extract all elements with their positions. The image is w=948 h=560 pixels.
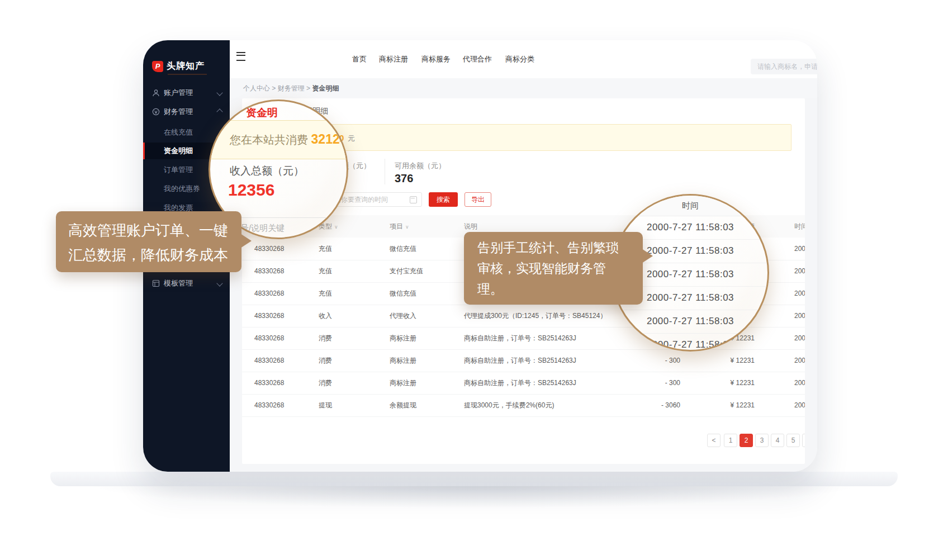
menu-icon[interactable] <box>236 52 245 61</box>
chevron-down-icon <box>216 89 222 96</box>
logo-icon: P <box>152 61 163 72</box>
sidebar-item-label: 财务管理 <box>164 107 193 117</box>
stat-balance-label: 可用余额（元） <box>395 161 445 171</box>
sidebar-item-finance[interactable]: 财务管理 <box>143 103 230 120</box>
cell-order: 48330268 <box>254 238 284 260</box>
table-row: 48330268消费商标注册商标自助注册，订单号：SB2514263J- 300… <box>242 349 805 372</box>
finance-icon <box>152 108 160 116</box>
topbar: 首页 商标注册 商标服务 代理合作 商标分类 请输入商标名，申请号，申请人 <box>230 40 817 79</box>
callout-left: 高效管理账户订单、一键汇总数据，降低财务成本 <box>56 211 241 272</box>
breadcrumb-current: 资金明细 <box>312 84 339 92</box>
active-indicator <box>143 143 145 159</box>
cell-type: 消费 <box>319 349 332 372</box>
cell-amount: - 300 <box>665 349 680 372</box>
banner-suffix: 元 <box>348 134 355 143</box>
laptop-shadow <box>84 484 864 509</box>
chevron-down-icon <box>216 280 222 286</box>
cell-amount: - 300 <box>665 372 680 394</box>
header-time: 时间 <box>794 215 805 238</box>
cell-balance: ¥ 12231 <box>731 372 755 394</box>
cell-order: 48330268 <box>254 305 284 327</box>
logo-subtext <box>168 74 207 75</box>
cell-item: 商标注册 <box>390 327 416 349</box>
sidebar-item-label: 资金明细 <box>164 146 193 156</box>
chevron-up-icon <box>216 108 222 115</box>
breadcrumb-item[interactable]: 个人中心 <box>243 84 270 92</box>
callout-arrow-icon <box>642 249 653 263</box>
sort-icon: ∨ <box>405 224 409 230</box>
search-input[interactable]: 请输入商标名，申请号，申请人 <box>751 59 817 74</box>
breadcrumb-separator: > <box>272 84 276 92</box>
template-icon <box>152 279 160 287</box>
nav-trademark-service[interactable]: 商标服务 <box>421 40 451 78</box>
cell-order: 48330268 <box>254 372 284 394</box>
sidebar-item-templates[interactable]: 模板管理 <box>143 275 230 292</box>
callout-arrow-icon <box>240 234 252 248</box>
cell-type: 充值 <box>319 282 332 305</box>
breadcrumb: 个人中心 > 财务管理 > 资金明细 <box>230 78 817 98</box>
cell-time: 2000-7-27 11:58:03 <box>794 327 805 349</box>
table-row: 48330268提现余额提现提现3000元，手续费2%(60元)- 3060¥ … <box>242 394 805 417</box>
cell-order: 48330268 <box>254 394 284 416</box>
cell-item: 商标注册 <box>390 349 416 372</box>
nav-trademark-category[interactable]: 商标分类 <box>505 40 534 78</box>
stat-divider <box>385 159 385 184</box>
page: P 头牌知产 账户管理 财务管理 在 <box>0 0 948 560</box>
pagination-page-1[interactable]: 1 <box>724 434 737 447</box>
cell-order: 48330268 <box>254 349 284 372</box>
cell-order: 48330268 <box>254 260 284 282</box>
header-item[interactable]: 项目∨ <box>390 215 409 238</box>
nav-trademark-register[interactable]: 商标注册 <box>379 40 408 78</box>
sidebar-item-account[interactable]: 账户管理 <box>143 84 230 101</box>
cell-item: 代理收入 <box>390 305 416 327</box>
pagination-next[interactable]: > <box>802 434 805 447</box>
magnified-income-value: 12356 <box>228 181 274 200</box>
cell-desc: 商标自助注册，订单号：SB2514263J <box>464 349 576 372</box>
cell-type: 充值 <box>319 260 332 282</box>
cell-item: 支付宝充值 <box>390 260 423 282</box>
sidebar-item-label: 模板管理 <box>164 278 193 288</box>
cell-desc: 代理提成300元（ID:1245，订单号：SB45124） <box>464 305 606 327</box>
logo-text: 头牌知产 <box>167 60 205 72</box>
magnified-banner-prefix: 您在本站共消费 <box>230 134 308 146</box>
cell-type: 消费 <box>319 327 332 349</box>
cell-type: 消费 <box>319 372 332 394</box>
laptop-base <box>50 472 898 486</box>
breadcrumb-separator: > <box>306 84 310 92</box>
cell-time: 2000-7-27 11:58:03 <box>794 349 805 372</box>
logo[interactable]: P 头牌知产 <box>152 60 205 72</box>
breadcrumb-item[interactable]: 财务管理 <box>278 84 305 92</box>
cell-time: 2000-7-27 11:58:03 <box>794 260 805 282</box>
cell-type: 收入 <box>319 305 332 327</box>
pagination-page-3[interactable]: 3 <box>755 434 769 447</box>
cell-item: 微信充值 <box>390 282 416 305</box>
cell-order: 48330268 <box>254 282 284 305</box>
cell-desc: 商标自助注册，订单号：SB2514263J <box>464 327 576 349</box>
search-button[interactable]: 搜索 <box>429 192 458 207</box>
nav-agent-coop[interactable]: 代理合作 <box>463 40 492 78</box>
cell-order: 48330268 <box>254 327 284 349</box>
export-button[interactable]: 导出 <box>464 192 491 207</box>
pagination-page-4[interactable]: 4 <box>771 434 784 447</box>
pagination-page-2[interactable]: 2 <box>740 434 753 447</box>
cell-item: 余额提现 <box>390 394 416 416</box>
nav-home[interactable]: 首页 <box>352 40 367 78</box>
sidebar-item-label: 账户管理 <box>164 88 193 98</box>
cell-item: 商标注册 <box>390 372 416 394</box>
magnified-tab-label: 资金明 <box>246 106 278 120</box>
cell-amount: - 3060 <box>661 394 680 416</box>
cell-time: 2000-7-27 11:58:03 <box>794 394 805 416</box>
pagination-prev[interactable]: < <box>707 434 721 447</box>
user-icon <box>152 89 160 97</box>
stat-balance-value: 376 <box>395 172 413 185</box>
cell-item: 微信充值 <box>390 238 416 260</box>
sidebar-item-label: 订单管理 <box>164 165 193 175</box>
cell-balance: ¥ 12231 <box>731 349 755 372</box>
callout-right-text: 告别手工统计、告别繁琐审核，实现智能财务管理。 <box>464 232 643 305</box>
cell-desc: 提现3000元，手续费2%(60元) <box>464 394 554 416</box>
sort-icon: ∨ <box>334 224 338 230</box>
magnified-banner: 您在本站共消费 32124 元 <box>208 120 348 159</box>
pagination-page-5[interactable]: 5 <box>786 434 800 447</box>
cell-time: 2000-7-27 11:58:03 <box>794 372 805 394</box>
cell-time: 2000-7-27 11:58:03 <box>794 282 805 305</box>
